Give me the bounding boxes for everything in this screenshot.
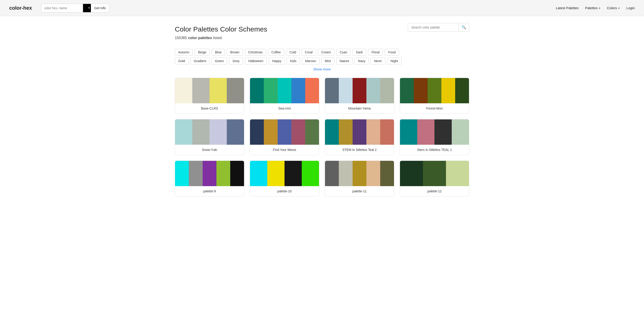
color-swatch-picker[interactable]: ▼ xyxy=(83,4,91,12)
main-nav: Latest Palettes Palettes + Colors + Logi… xyxy=(556,6,635,10)
palette-card[interactable]: palette-12 xyxy=(400,160,469,196)
tag-btn-gold[interactable]: Gold xyxy=(175,58,188,64)
palette-name: Stem in Stilettos TEAL 1 xyxy=(400,145,469,155)
palette-swatch xyxy=(192,78,210,103)
tag-btn-coffee[interactable]: Coffee xyxy=(268,49,284,56)
palette-card[interactable]: palette-11 xyxy=(325,160,394,196)
tag-btn-brown[interactable]: Brown xyxy=(227,49,243,56)
palette-swatch xyxy=(339,120,352,145)
palette-swatches xyxy=(400,120,469,145)
palette-card[interactable]: palette-10 xyxy=(250,160,319,196)
tag-btn-floral[interactable]: Floral xyxy=(368,49,383,56)
palette-card[interactable]: Mountain-Yama xyxy=(325,78,394,114)
palette-swatch xyxy=(250,161,267,186)
palette-swatch xyxy=(250,120,264,145)
palette-name: Find Your Wessi xyxy=(250,145,319,155)
tag-btn-nature[interactable]: Nature xyxy=(336,58,353,64)
tag-btn-beige[interactable]: Beige xyxy=(194,49,210,56)
palette-swatch xyxy=(216,161,230,186)
palette-swatch xyxy=(305,120,319,145)
tag-btn-dark[interactable]: Dark xyxy=(352,49,366,56)
palette-swatch xyxy=(400,78,414,103)
tag-btn-gradient[interactable]: Gradient xyxy=(190,58,210,64)
palette-search-group: 🔍 xyxy=(408,23,469,32)
palette-swatch xyxy=(455,78,469,103)
palette-swatch xyxy=(325,120,339,145)
palette-card[interactable]: Sea-Umi xyxy=(250,78,319,114)
tag-btn-navy[interactable]: Navy xyxy=(355,58,369,64)
tag-btn-blue[interactable]: Blue xyxy=(212,49,225,56)
nav-latest-palettes[interactable]: Latest Palettes xyxy=(556,6,579,10)
tag-btn-food[interactable]: Food xyxy=(385,49,399,56)
nav-colors-plus[interactable]: Colors + xyxy=(607,6,620,10)
tag-btn-halloween[interactable]: Halloween xyxy=(245,58,267,64)
palette-swatch xyxy=(305,78,319,103)
palette-card[interactable]: Find Your Wessi xyxy=(250,119,319,155)
palette-name: palette-9 xyxy=(175,186,244,196)
palette-swatch xyxy=(210,120,227,145)
palette-swatch xyxy=(264,120,278,145)
palette-card[interactable]: palette-9 xyxy=(175,160,244,196)
tag-btn-maroon[interactable]: Maroon xyxy=(302,58,320,64)
palette-swatch xyxy=(423,161,446,186)
tag-btn-cream[interactable]: Cream xyxy=(318,49,334,56)
nav-login[interactable]: Login xyxy=(626,6,635,10)
color-search-group: ▼ Get Info xyxy=(41,4,109,12)
tag-btn-autumn[interactable]: Autumn xyxy=(175,49,193,56)
palette-name: Forest-Mori xyxy=(400,103,469,114)
tag-btn-night[interactable]: Night xyxy=(387,58,402,64)
palette-name: palette-10 xyxy=(250,186,319,196)
palette-swatch xyxy=(339,78,352,103)
palette-swatch xyxy=(366,161,380,186)
palette-swatch xyxy=(434,120,452,145)
palette-card[interactable]: Snow-Yuki xyxy=(175,119,244,155)
tag-btn-christmas[interactable]: Christmas xyxy=(245,49,266,56)
logo[interactable]: color-hex xyxy=(9,5,32,11)
palette-card[interactable]: Base-CLRS xyxy=(175,78,244,114)
palette-swatch xyxy=(414,78,428,103)
palette-swatch xyxy=(446,161,469,186)
nav-palettes-plus[interactable]: Palettes + xyxy=(585,6,600,10)
palette-swatch xyxy=(227,120,244,145)
palette-search-button[interactable]: 🔍 xyxy=(458,23,469,31)
palette-swatch xyxy=(175,78,192,103)
palette-card[interactable]: Stem in Stilettos TEAL 1 xyxy=(400,119,469,155)
palette-grid: Base-CLRSSea-UmiMountain-YamaForest-Mori… xyxy=(175,78,469,196)
palette-swatch xyxy=(267,161,284,186)
palette-swatch xyxy=(380,161,394,186)
color-search-input[interactable] xyxy=(42,4,83,12)
swatch-arrow-icon: ▼ xyxy=(88,7,90,9)
palette-swatch xyxy=(441,78,455,103)
get-info-button[interactable]: Get Info xyxy=(91,4,109,12)
palette-swatches xyxy=(175,120,244,145)
tag-btn-mint[interactable]: Mint xyxy=(321,58,334,64)
palette-swatch xyxy=(400,161,423,186)
palette-swatch xyxy=(227,78,244,103)
tag-btn-neon[interactable]: Neon xyxy=(370,58,385,64)
tag-btn-happy[interactable]: Happy xyxy=(269,58,285,64)
title-row: Color Palettes Color Schemes 150365 colo… xyxy=(175,25,469,46)
palette-name: Mountain-Yama xyxy=(325,103,394,114)
count-text: 150365 color palettes listed. xyxy=(175,36,267,40)
palette-swatch xyxy=(352,120,366,145)
palette-search-input[interactable] xyxy=(408,24,458,31)
palette-swatch xyxy=(380,78,394,103)
tag-btn-green[interactable]: Green xyxy=(211,58,227,64)
palette-swatches xyxy=(325,161,394,186)
palette-swatch xyxy=(210,78,227,103)
tag-btn-cyan[interactable]: Cyan xyxy=(336,49,351,56)
tag-btn-grey[interactable]: Grey xyxy=(229,58,243,64)
palette-card[interactable]: STEM In Stilettos Teal 2 xyxy=(325,119,394,155)
palette-swatches xyxy=(325,120,394,145)
count-bold: color palettes xyxy=(188,36,212,40)
tag-btn-kids[interactable]: Kids xyxy=(286,58,300,64)
show-more-link[interactable]: Show more xyxy=(313,67,331,71)
palette-swatch xyxy=(366,78,380,103)
palette-card[interactable]: Forest-Mori xyxy=(400,78,469,114)
palette-swatch xyxy=(230,161,244,186)
tag-btn-cold[interactable]: Cold xyxy=(286,49,300,56)
palette-swatch xyxy=(352,78,366,103)
tag-btn-coral[interactable]: Coral xyxy=(302,49,316,56)
palette-swatch xyxy=(292,120,305,145)
show-more-container: Show more xyxy=(175,67,469,71)
